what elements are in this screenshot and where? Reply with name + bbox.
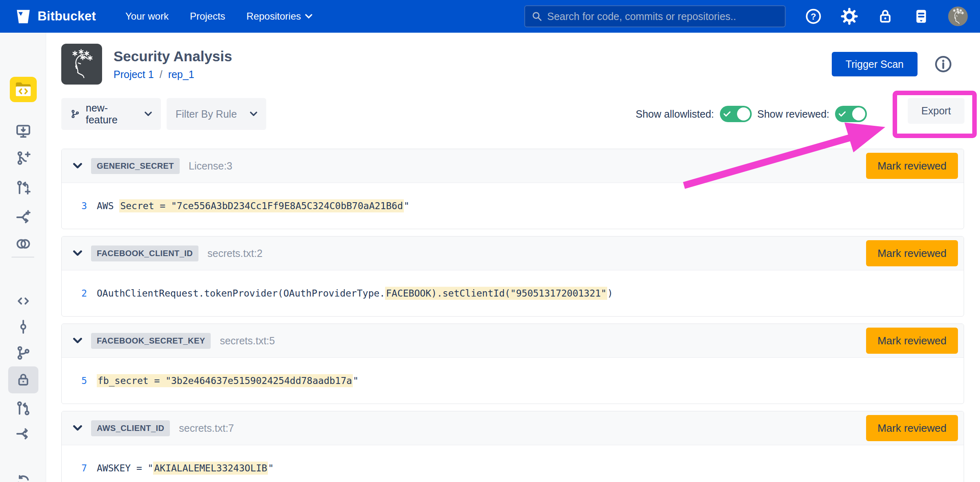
page-title: Security Analysis: [114, 48, 232, 65]
chevron-down-icon: [305, 14, 312, 19]
rule-filter-placeholder: Filter By Rule: [176, 108, 237, 120]
repo-sidebar: [0, 33, 46, 482]
sidebar-repository-avatar[interactable]: [0, 77, 46, 102]
sidebar-forks[interactable]: [0, 426, 46, 442]
chevron-down-icon[interactable]: [73, 425, 82, 431]
finding-card: GENERIC_SECRET License:3 Mark reviewed 3…: [61, 149, 964, 229]
sidebar-create-pull-request[interactable]: [0, 180, 46, 196]
toggle-group: Show allowlisted: Show reviewed:: [636, 106, 867, 122]
repository-avatar-image: [61, 44, 102, 85]
mark-reviewed-button[interactable]: Mark reviewed: [866, 240, 958, 266]
info-icon[interactable]: [934, 55, 953, 74]
sidebar-builds-sync[interactable]: [0, 473, 46, 482]
sidebar-commits[interactable]: [0, 319, 46, 335]
finding-location: secrets.txt:5: [220, 335, 275, 347]
line-number: 3: [62, 201, 87, 211]
secret-highlight: Secret = "7ce556A3bD234Cc1Ff9E8A5C324C0b…: [119, 199, 403, 212]
mark-reviewed-button[interactable]: Mark reviewed: [866, 153, 958, 179]
sidebar-security[interactable]: [0, 366, 46, 393]
rule-badge: GENERIC_SECRET: [91, 158, 180, 174]
security-lock-icon[interactable]: [876, 7, 894, 25]
main-content: Security Analysis Project 1 / rep_1 Trig…: [46, 33, 980, 482]
breadcrumb-project-link[interactable]: Project 1: [114, 69, 154, 80]
finding-header: GENERIC_SECRET License:3 Mark reviewed: [62, 149, 964, 183]
branch-selected-value: new-feature: [86, 102, 139, 126]
code-line: AWSKEY = "AKIALALEMEL33243OLIB": [97, 463, 274, 473]
brand-name: Bitbucket: [38, 9, 96, 24]
rule-badge: FACEBOOK_SECRET_KEY: [91, 333, 211, 349]
export-button[interactable]: Export: [908, 98, 964, 124]
sidebar-source[interactable]: [0, 293, 46, 309]
finding-card: FACEBOOK_CLIENT_ID secrets.txt:2 Mark re…: [61, 236, 964, 317]
sidebar-divider: [11, 257, 34, 258]
finding-header: AWS_CLIENT_ID secrets.txt:7 Mark reviewe…: [62, 411, 964, 445]
security-selected-highlight: [8, 366, 38, 393]
mark-reviewed-button[interactable]: Mark reviewed: [866, 415, 958, 441]
chevron-down-icon[interactable]: [73, 338, 82, 344]
search-icon: [532, 11, 542, 22]
finding-card: FACEBOOK_SECRET_KEY secrets.txt:5 Mark r…: [61, 324, 964, 404]
search-input[interactable]: [547, 11, 778, 22]
findings-list: GENERIC_SECRET License:3 Mark reviewed 3…: [61, 149, 964, 482]
line-number: 5: [62, 375, 87, 386]
check-icon: [724, 111, 731, 117]
code-line: AWS Secret = "7ce556A3bD234Cc1Ff9E8A5C32…: [97, 201, 410, 211]
sidebar-create-fork[interactable]: [0, 209, 46, 225]
chevron-down-icon[interactable]: [73, 163, 82, 169]
finding-code: 7 AWSKEY = "AKIALALEMEL33243OLIB": [62, 445, 964, 482]
finding-location: secrets.txt:2: [207, 248, 263, 259]
nav-projects[interactable]: Projects: [190, 11, 225, 22]
line-number: 2: [62, 288, 87, 299]
finding-code: 5 fb_secret = "3b2e464637e5159024254dd78…: [62, 358, 964, 404]
top-nav: Bitbucket Your work Projects Repositorie…: [0, 0, 980, 33]
finding-location: secrets.txt:7: [179, 422, 234, 434]
secret-highlight: fb_secret = "3b2e464637e5159024254dd78aa…: [97, 374, 353, 387]
finding-code: 2 OAuthClientRequest.tokenProvider(OAuth…: [62, 270, 964, 316]
nav-repositories[interactable]: Repositories: [247, 11, 312, 22]
finding-code: 3 AWS Secret = "7ce556A3bD234Cc1Ff9E8A5C…: [62, 183, 964, 229]
sidebar-branches[interactable]: [0, 345, 46, 361]
settings-gear-icon[interactable]: [840, 7, 858, 25]
trigger-scan-button[interactable]: Trigger Scan: [832, 52, 918, 76]
secret-highlight: FACEBOOK).setClientId("950513172001321": [385, 287, 607, 300]
help-icon[interactable]: ?: [804, 7, 822, 25]
sidebar-compare[interactable]: [0, 236, 46, 252]
finding-header: FACEBOOK_CLIENT_ID secrets.txt:2 Mark re…: [62, 237, 964, 270]
branch-icon: [70, 109, 80, 119]
breadcrumb-separator: /: [160, 69, 163, 80]
show-allowlisted-label: Show allowlisted:: [636, 108, 714, 120]
check-icon: [839, 111, 846, 117]
rule-filter-selector[interactable]: Filter By Rule: [167, 98, 266, 130]
rule-badge: FACEBOOK_CLIENT_ID: [91, 245, 198, 261]
toggle-knob: [737, 107, 750, 120]
svg-text:?: ?: [811, 11, 816, 22]
finding-card: AWS_CLIENT_ID secrets.txt:7 Mark reviewe…: [61, 411, 964, 482]
code-line: OAuthClientRequest.tokenProvider(OAuthPr…: [97, 288, 613, 299]
mark-reviewed-button[interactable]: Mark reviewed: [866, 328, 958, 354]
rule-badge: AWS_CLIENT_ID: [91, 420, 170, 436]
sidebar-create-branch[interactable]: [0, 150, 46, 166]
breadcrumb-repo-link[interactable]: rep_1: [168, 69, 194, 80]
finding-header: FACEBOOK_SECRET_KEY secrets.txt:5 Mark r…: [62, 324, 964, 358]
show-reviewed-label: Show reviewed:: [757, 108, 829, 120]
show-reviewed-toggle[interactable]: [835, 106, 867, 122]
bitbucket-logo[interactable]: Bitbucket: [15, 8, 96, 25]
chevron-down-icon[interactable]: [73, 250, 82, 256]
show-allowlisted-toggle[interactable]: [720, 106, 752, 122]
nav-your-work[interactable]: Your work: [125, 11, 169, 22]
bitbucket-bucket-icon: [15, 8, 32, 25]
chevron-down-icon: [145, 112, 152, 116]
sidebar-clone[interactable]: [0, 123, 46, 139]
global-search[interactable]: [524, 5, 786, 27]
secret-highlight: AKIALALEMEL33243OLIB: [153, 462, 268, 475]
code-line: fb_secret = "3b2e464637e5159024254dd78aa…: [97, 375, 359, 386]
finding-location: License:3: [189, 160, 232, 172]
feedback-journal-icon[interactable]: [912, 7, 930, 25]
repo-folder-code-icon: [10, 77, 37, 102]
page-header: Security Analysis Project 1 / rep_1 Trig…: [61, 44, 964, 85]
branch-selector[interactable]: new-feature: [61, 98, 161, 130]
filter-row: new-feature Filter By Rule Show allowlis…: [61, 98, 964, 130]
profile-avatar[interactable]: [948, 7, 968, 26]
sidebar-pull-requests[interactable]: [0, 400, 46, 417]
line-number: 7: [62, 463, 87, 473]
